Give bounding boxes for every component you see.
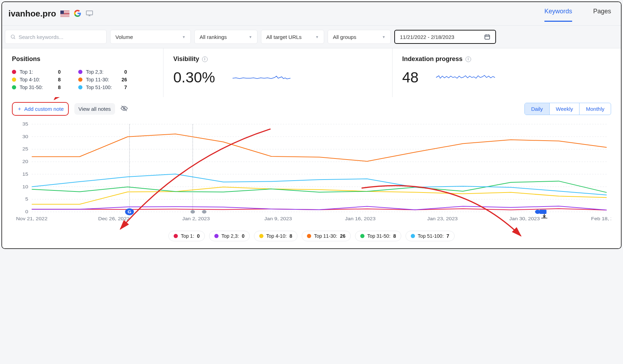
legend-item[interactable]: Top 11-30: 26 [302,231,351,241]
eye-off-icon[interactable] [121,105,128,113]
volume-select[interactable]: Volume▼ [110,30,191,44]
svg-text:30: 30 [22,134,28,139]
svg-text:0: 0 [25,209,28,214]
color-dot [12,70,16,74]
svg-rect-40 [540,210,547,214]
legend-item[interactable]: Top 1: 0 [168,231,205,241]
legend-item[interactable]: Top 31-50: 8 [355,231,401,241]
calendar-icon [484,34,490,40]
color-dot [12,85,16,89]
svg-point-41 [190,210,195,214]
position-item[interactable]: Top 31-50:8 [12,85,61,90]
color-dot [411,234,415,238]
svg-text:Dec 26, 2022: Dec 26, 2022 [98,216,130,221]
svg-text:Jan 9, 2023: Jan 9, 2023 [264,216,292,221]
svg-text:20: 20 [22,160,28,164]
color-dot [78,77,82,82]
rankings-select[interactable]: All rankings▼ [194,30,257,44]
time-granularity-toggle: Daily Weekly Monthly [524,103,611,115]
visibility-title: Visibilityi [173,55,382,63]
indexation-sparkline [436,72,496,82]
position-item[interactable]: Top 11-30:26 [78,77,127,82]
monthly-button[interactable]: Monthly [580,103,611,115]
color-dot [12,77,16,82]
us-flag-icon [60,11,69,17]
visibility-block: Visibilityi 0.30% [163,48,393,97]
chevron-down-icon: ▼ [182,35,186,39]
domain-name: ivanhoe.pro [8,9,56,19]
info-icon[interactable]: i [465,56,471,62]
tab-keywords[interactable]: Keywords [544,6,572,22]
position-item[interactable]: Top 4-10:8 [12,77,61,82]
svg-point-42 [202,210,207,214]
view-all-notes-button[interactable]: View all notes [74,103,115,115]
svg-text:5: 5 [25,197,28,202]
svg-text:G: G [128,210,132,214]
svg-text:35: 35 [22,122,28,126]
legend-item[interactable]: Top 51-100: 7 [406,231,455,241]
position-item[interactable]: Top 2,3:0 [78,69,127,75]
add-custom-note-button[interactable]: ＋ Add custom note [12,102,69,116]
chevron-down-icon: ▼ [249,35,252,39]
color-dot [307,234,311,238]
date-range-picker[interactable]: 11/21/2022 - 2/18/2023 [394,30,496,44]
color-dot [214,234,219,238]
svg-text:10: 10 [22,184,28,189]
indexation-title: Indexation progressi [402,55,611,63]
chevron-down-icon: ▼ [382,35,386,39]
color-dot [78,85,82,89]
svg-rect-5 [485,35,490,39]
search-input[interactable]: Search keywords... [5,30,107,44]
color-dot [78,70,82,74]
groups-select[interactable]: All groups▼ [328,30,391,44]
legend-item[interactable]: Top 2,3: 0 [209,231,250,241]
svg-text:Jan 2, 2023: Jan 2, 2023 [182,216,210,221]
position-item[interactable]: Top 51-100:7 [78,85,127,90]
info-icon[interactable]: i [202,56,208,62]
svg-text:Jan 23, 2023: Jan 23, 2023 [427,216,458,221]
svg-text:Nov 21, 2022: Nov 21, 2022 [16,216,48,221]
color-dot [174,234,178,238]
color-dot [360,234,364,238]
visibility-value: 0.30% [173,69,215,86]
google-icon [74,9,81,18]
rankings-chart[interactable]: 05101520253035Nov 21, 2022Dec 26, 2022Ja… [2,121,621,229]
plus-icon: ＋ [17,106,22,112]
svg-line-4 [14,38,15,39]
svg-text:Jan 16, 2023: Jan 16, 2023 [345,216,376,221]
svg-text:15: 15 [22,172,28,176]
color-dot [259,234,263,238]
desktop-icon [86,10,93,18]
search-icon [10,34,16,40]
svg-text:Jan 30, 2023: Jan 30, 2023 [509,216,540,221]
tab-pages[interactable]: Pages [593,6,611,22]
daily-button[interactable]: Daily [525,103,549,115]
svg-point-3 [11,35,14,38]
visibility-sparkline [233,72,292,82]
position-item[interactable]: Top 1:0 [12,69,61,75]
svg-text:25: 25 [22,147,28,151]
legend-item[interactable]: Top 4-10: 8 [254,231,297,241]
indexation-block: Indexation progressi 48 [393,48,621,97]
svg-text:Feb 18, 2023: Feb 18, 2023 [591,216,611,221]
positions-block: Positions Top 1:0Top 4-10:8Top 31-50:8To… [2,48,163,97]
svg-rect-0 [86,11,93,15]
indexation-value: 48 [402,69,419,86]
chevron-down-icon: ▼ [315,35,319,39]
target-urls-select[interactable]: All target URLs▼ [261,30,324,44]
positions-title: Positions [12,55,153,63]
weekly-button[interactable]: Weekly [550,103,580,115]
